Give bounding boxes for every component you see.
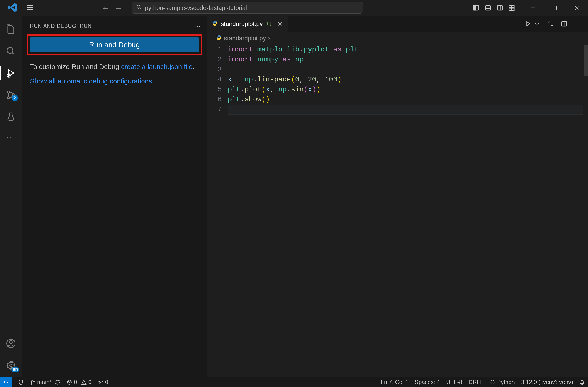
show-auto-debug-link[interactable]: Show all automatic debug configurations: [30, 77, 152, 85]
customize-layout-icon[interactable]: [508, 4, 515, 11]
code-lines[interactable]: import matplotlib.pyplot as plt import n…: [228, 45, 584, 377]
svg-rect-9: [497, 6, 503, 10]
svg-point-30: [10, 364, 12, 366]
editor-area: standardplot.py U ✕ ··· standardplot.py …: [207, 16, 588, 377]
svg-point-19: [7, 48, 13, 54]
svg-rect-14: [512, 8, 514, 10]
editor-more-icon[interactable]: ···: [574, 21, 581, 27]
activity-testing[interactable]: [0, 109, 21, 124]
svg-point-29: [9, 341, 12, 344]
split-editor-icon[interactable]: [561, 21, 567, 27]
toggle-left-panel-icon[interactable]: [473, 4, 480, 11]
toggle-right-panel-icon[interactable]: [496, 4, 503, 11]
status-problems[interactable]: 0 0: [63, 379, 95, 386]
svg-point-25: [7, 97, 9, 99]
branch-name: main*: [37, 379, 52, 386]
activity-explorer[interactable]: [0, 22, 21, 37]
close-window-icon[interactable]: [573, 5, 580, 11]
search-icon: [136, 4, 142, 12]
scm-badge: 2: [12, 95, 18, 101]
status-git-branch[interactable]: main*: [27, 379, 63, 386]
line-number: 6: [207, 95, 222, 105]
sidebar-more-icon[interactable]: ···: [194, 23, 201, 30]
error-count: 0: [74, 379, 77, 386]
nav-forward-icon[interactable]: →: [115, 4, 123, 12]
line-number: 4: [207, 75, 222, 85]
tab-row: standardplot.py U ✕ ···: [207, 16, 588, 32]
svg-point-42: [100, 382, 101, 383]
period2: .: [152, 77, 154, 85]
line-number-gutter: 1 2 3 4 5 6 7: [207, 45, 228, 377]
tab-modified-indicator: U: [267, 21, 272, 28]
editor-actions: ···: [525, 16, 588, 32]
breadcrumb-file: standardplot.py: [224, 35, 266, 42]
tab-standardplot[interactable]: standardplot.py U ✕: [207, 16, 288, 32]
run-and-debug-button[interactable]: Run and Debug: [30, 37, 199, 52]
breadcrumb[interactable]: standardplot.py › ...: [207, 32, 588, 44]
activity-source-control[interactable]: 2: [0, 87, 21, 102]
menu-hamburger-icon[interactable]: [22, 2, 38, 14]
svg-rect-16: [553, 6, 557, 10]
main-area: 2 ··· BR RUN AND DEBUG: RUN ··· Run and …: [0, 16, 588, 377]
svg-point-24: [7, 91, 9, 93]
svg-point-35: [31, 383, 32, 384]
language-name: Python: [497, 379, 515, 386]
line-number: 1: [207, 45, 222, 55]
toggle-bottom-panel-icon[interactable]: [484, 4, 491, 11]
svg-point-34: [31, 380, 32, 381]
scrollbar-thumb[interactable]: [584, 45, 588, 76]
compare-changes-icon[interactable]: [547, 21, 554, 27]
status-python-interpreter[interactable]: 3.12.0 ('.venv': venv): [518, 379, 576, 386]
line-number: 2: [207, 55, 222, 65]
minimize-icon[interactable]: [530, 5, 536, 11]
warning-count: 0: [88, 379, 92, 386]
status-language-mode[interactable]: Python: [487, 379, 518, 386]
status-eol[interactable]: CRLF: [465, 379, 487, 386]
run-debug-highlight: Run and Debug: [27, 34, 202, 55]
svg-point-41: [84, 383, 84, 384]
run-file-icon[interactable]: [525, 21, 531, 27]
run-dropdown-icon[interactable]: [534, 21, 540, 27]
search-text: python-sample-vscode-fastapi-tutorial: [145, 4, 247, 12]
sidebar-header: RUN AND DEBUG: RUN ···: [22, 16, 207, 34]
status-notifications-icon[interactable]: [576, 380, 588, 385]
line-number: 7: [207, 105, 222, 115]
line-number: 5: [207, 85, 222, 95]
svg-rect-12: [512, 5, 514, 8]
activity-settings[interactable]: BR: [0, 358, 21, 372]
status-cursor-position[interactable]: Ln 7, Col 1: [378, 379, 412, 386]
activity-search[interactable]: [0, 44, 21, 59]
status-encoding[interactable]: UTF-8: [443, 379, 465, 386]
svg-point-3: [137, 5, 140, 8]
activity-more[interactable]: ···: [0, 131, 21, 143]
tab-filename: standardplot.py: [221, 21, 263, 28]
status-ports[interactable]: 0: [95, 379, 112, 386]
svg-marker-31: [526, 22, 530, 26]
scrollbar-track[interactable]: [584, 45, 588, 377]
run-debug-sidebar: RUN AND DEBUG: RUN ··· Run and Debug To …: [22, 16, 207, 377]
activity-run-debug[interactable]: [0, 66, 21, 80]
status-trust[interactable]: [15, 380, 27, 385]
titlebar: ← → python-sample-vscode-fastapi-tutoria…: [0, 0, 588, 16]
command-center-search[interactable]: python-sample-vscode-fastapi-tutorial: [131, 2, 363, 14]
create-launch-link[interactable]: create a launch.json file: [121, 63, 192, 70]
code-editor[interactable]: 1 2 3 4 5 6 7 import matplotlib.pyplot a…: [207, 44, 588, 377]
activity-bar: 2 ··· BR: [0, 16, 22, 377]
nav-arrows: ← →: [102, 4, 123, 12]
svg-rect-11: [509, 5, 511, 8]
svg-rect-13: [509, 8, 511, 10]
remote-indicator[interactable]: [0, 377, 12, 387]
breadcrumb-more: ...: [273, 35, 278, 42]
svg-line-4: [140, 8, 141, 9]
tab-close-icon[interactable]: ✕: [277, 21, 283, 28]
period1: .: [192, 63, 194, 70]
activity-accounts[interactable]: [0, 336, 21, 351]
nav-back-icon[interactable]: ←: [102, 4, 109, 12]
svg-line-20: [12, 53, 14, 55]
maximize-icon[interactable]: [552, 5, 558, 11]
svg-rect-7: [485, 6, 491, 10]
status-indentation[interactable]: Spaces: 4: [412, 379, 443, 386]
customize-text: To customize Run and Debug: [30, 63, 121, 70]
line-number: 3: [207, 65, 222, 75]
python-file-icon: [212, 21, 218, 28]
